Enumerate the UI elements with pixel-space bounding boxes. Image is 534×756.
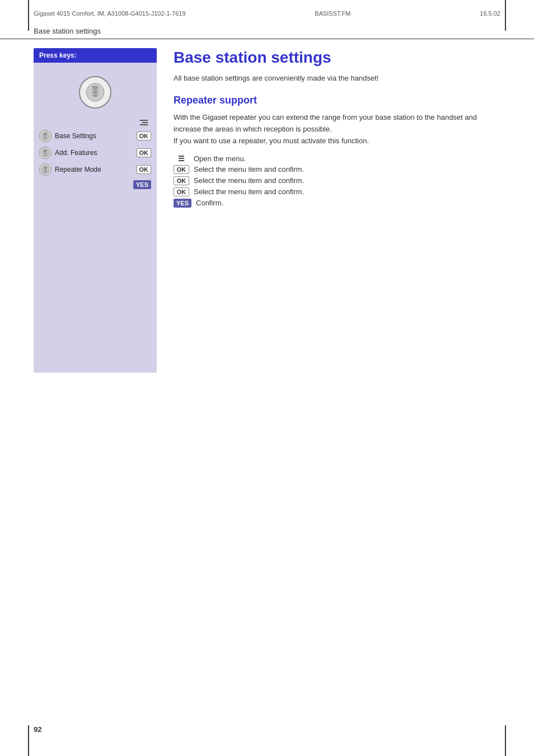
instr-text-1: Select the menu item and confirm. bbox=[194, 165, 304, 173]
step-label-2: Add. Features bbox=[55, 149, 133, 157]
svg-rect-3 bbox=[93, 95, 97, 96]
header-right-text: 16.5.02 bbox=[480, 10, 500, 17]
svg-rect-7 bbox=[44, 134, 46, 135]
footer-divider-left bbox=[28, 725, 29, 756]
instruction-row-4: YES Confirm. bbox=[174, 199, 500, 208]
instruction-row-2: OK Select the menu item and confirm. bbox=[174, 176, 500, 185]
svg-rect-2 bbox=[93, 88, 97, 90]
handset-icon-area bbox=[39, 71, 151, 120]
intro-text: All base station settings are convenient… bbox=[174, 73, 500, 84]
instr-text-0: Open the menu. bbox=[194, 154, 246, 163]
menu-open-row bbox=[39, 120, 151, 125]
step-base-settings: Base Settings OK bbox=[39, 130, 151, 142]
handset-icon bbox=[79, 76, 111, 109]
instruction-row-0: ☰ Open the menu. bbox=[174, 154, 500, 163]
step-phone-icon-2 bbox=[39, 147, 51, 159]
header-meta: Gigaset 4015 Comfort, IM, A31008-G4015-J… bbox=[0, 0, 534, 21]
step-key-2: OK bbox=[137, 148, 152, 157]
handset-svg bbox=[85, 82, 105, 102]
header-divider-left bbox=[28, 0, 29, 31]
main-content: Press keys: bbox=[0, 48, 534, 373]
instruction-row-3: OK Select the menu item and confirm. bbox=[174, 187, 500, 196]
page-number: 92 bbox=[34, 725, 41, 734]
step-key-3: OK bbox=[137, 165, 152, 174]
step-label-1: Base Settings bbox=[55, 132, 133, 140]
instr-text-4: Confirm. bbox=[196, 199, 223, 207]
step-add-features: Add. Features OK bbox=[39, 147, 151, 159]
press-keys-body: Base Settings OK Add. Features OK bbox=[34, 63, 157, 195]
phone-svg-3 bbox=[41, 165, 50, 174]
step-key-1: OK bbox=[137, 132, 152, 140]
header-left-text: Gigaset 4015 Comfort, IM, A31008-G4015-J… bbox=[34, 10, 186, 17]
instr-text-3: Select the menu item and confirm. bbox=[194, 187, 304, 196]
svg-rect-4 bbox=[93, 91, 97, 94]
press-keys-label: Press keys: bbox=[39, 51, 77, 59]
step-phone-icon-1 bbox=[39, 130, 51, 142]
step-label-3: Repeater Mode bbox=[55, 166, 133, 173]
footer-divider-right bbox=[505, 725, 506, 756]
page-heading: Base station settings bbox=[174, 48, 500, 67]
press-keys-header: Press keys: bbox=[34, 48, 157, 63]
instr-key-3: OK bbox=[174, 187, 189, 196]
instr-key-1: OK bbox=[174, 165, 189, 174]
svg-rect-10 bbox=[44, 151, 46, 152]
phone-svg-2 bbox=[41, 148, 50, 157]
instr-key-0: ☰ bbox=[174, 154, 189, 163]
step-yes-row: YES bbox=[39, 180, 151, 189]
step-phone-icon-3 bbox=[39, 163, 51, 176]
section-title: Base station settings bbox=[34, 27, 101, 35]
sub-heading: Repeater support bbox=[174, 95, 500, 106]
press-keys-panel: Press keys: bbox=[34, 48, 157, 373]
step-repeater-mode: Repeater Mode OK bbox=[39, 163, 151, 176]
page-container: Gigaset 4015 Comfort, IM, A31008-G4015-J… bbox=[0, 0, 534, 756]
svg-rect-13 bbox=[44, 167, 46, 168]
instr-key-2: OK bbox=[174, 176, 189, 185]
right-content: Base station settings All base station s… bbox=[168, 48, 500, 373]
section-title-bar: Base station settings bbox=[0, 21, 534, 39]
phone-svg-1 bbox=[41, 132, 50, 140]
instruction-row-1: OK Select the menu item and confirm. bbox=[174, 165, 500, 174]
body-text: With the Gigaset repeater you can extend… bbox=[174, 112, 500, 147]
instr-key-4: YES bbox=[174, 199, 191, 208]
step-key-yes: YES bbox=[133, 180, 151, 189]
header-center-text: BASISST.FM bbox=[315, 10, 350, 17]
instr-text-2: Select the menu item and confirm. bbox=[194, 176, 304, 185]
header-divider-right bbox=[505, 0, 506, 31]
